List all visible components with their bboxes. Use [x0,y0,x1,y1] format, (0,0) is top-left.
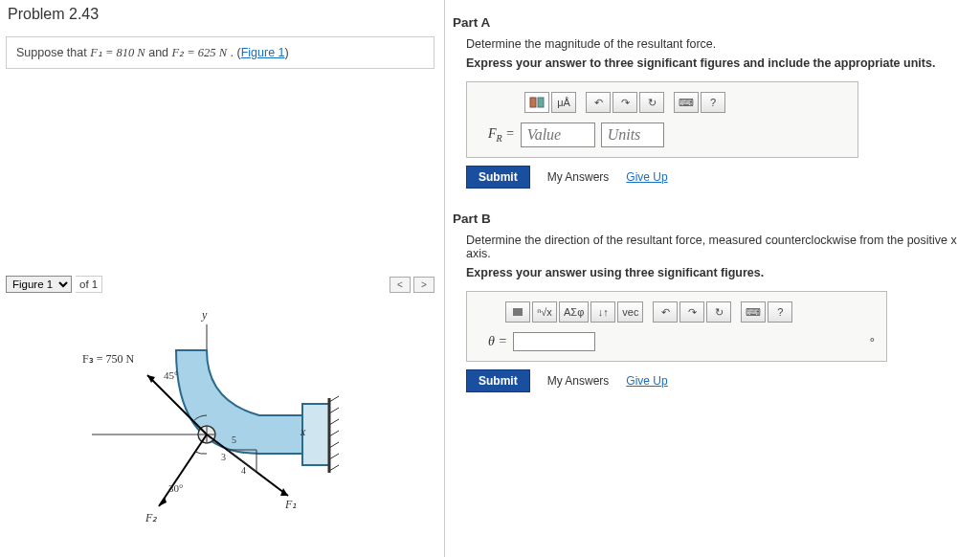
theta-input[interactable] [513,332,595,351]
keyboard-button[interactable]: ⌨ [674,92,699,113]
give-up-link-b[interactable]: Give Up [626,374,667,388]
part-b-text: Determine the direction of the resultant… [466,234,972,260]
updown-button[interactable]: ↓↑ [590,301,615,323]
units-input[interactable] [601,123,664,147]
figure-next-button[interactable]: > [413,277,434,293]
slope-5: 5 [232,434,236,445]
undo-button-b[interactable]: ↶ [653,301,678,323]
greek-button[interactable]: ΑΣφ [559,301,589,323]
refresh-button[interactable]: ↻ [639,92,664,113]
redo-button[interactable]: ↷ [612,92,637,113]
problem-title: Problem 2.43 [8,6,434,23]
svg-line-16 [159,434,207,506]
part-a-answer-box: μÅ ↶ ↷ ↻ ⌨ ? FR = [466,81,858,158]
submit-button-b[interactable]: Submit [466,369,530,392]
part-b-answer-box: ⁿ√x ΑΣφ ↓↑ vec ↶ ↷ ↻ ⌨ ? θ = ° [466,291,887,362]
figure1-link[interactable]: Figure 1 [241,46,285,59]
part-a-label: Part A [453,15,972,30]
part-a-instructions: Express your answer to three significant… [466,56,972,70]
micro-angstrom-button[interactable]: μÅ [551,92,576,113]
f2-label: F₂ [145,511,157,525]
undo-button[interactable]: ↶ [586,92,611,113]
my-answers-label-b: My Answers [547,374,610,388]
and-text: and [148,46,171,59]
f2-value: F₂ = 625 N [172,46,228,59]
figure-select[interactable]: Figure 1 [6,276,72,293]
my-answers-label: My Answers [547,170,610,184]
help-button-b[interactable]: ? [768,301,792,323]
slope-3: 3 [221,452,226,462]
refresh-button-b[interactable]: ↻ [706,301,731,323]
f1-label: F₁ [285,498,297,512]
x-axis-label: x [301,425,305,439]
part-a-text: Determine the magnitude of the resultant… [466,37,972,51]
slope-4: 4 [241,465,246,476]
give-up-link[interactable]: Give Up [626,170,667,184]
svg-rect-24 [538,98,544,107]
period-prefix: . ( [231,46,241,59]
sqrt-button[interactable]: ⁿ√x [532,301,557,323]
svg-rect-2 [302,404,329,465]
part-b-instructions: Express your answer using three signific… [466,266,972,279]
keyboard-button-b[interactable]: ⌨ [741,301,766,323]
problem-statement: Suppose that F₁ = 810 N and F₂ = 625 N .… [6,36,434,69]
figure-count: of 1 [76,276,102,293]
redo-button-b[interactable]: ↷ [679,301,704,323]
fr-label: FR = [488,126,515,144]
template-icon[interactable] [524,92,549,113]
value-input[interactable] [521,123,595,147]
svg-rect-25 [513,308,523,316]
help-button[interactable]: ? [701,92,725,113]
select-icon[interactable] [505,301,530,323]
f3-label: F₃ = 750 N [82,352,134,367]
part-b-label: Part B [453,212,972,226]
f1-value: F₁ = 810 N [90,46,145,59]
degree-unit: ° [870,335,875,349]
suppose-prefix: Suppose that [16,46,90,59]
figure-prev-button[interactable]: < [390,277,411,293]
svg-rect-23 [530,98,536,107]
theta-label: θ = [488,334,507,349]
submit-button[interactable]: Submit [466,166,530,189]
link-suffix: ) [285,46,289,59]
y-axis-label: y [202,308,207,323]
vec-button[interactable]: vec [617,301,643,323]
figure-diagram: y x F₃ = 750 N 45° 30° 5 3 4 F₁ F₂ [63,310,379,530]
angle-30: 30° [168,482,183,494]
angle-45: 45° [164,369,178,381]
